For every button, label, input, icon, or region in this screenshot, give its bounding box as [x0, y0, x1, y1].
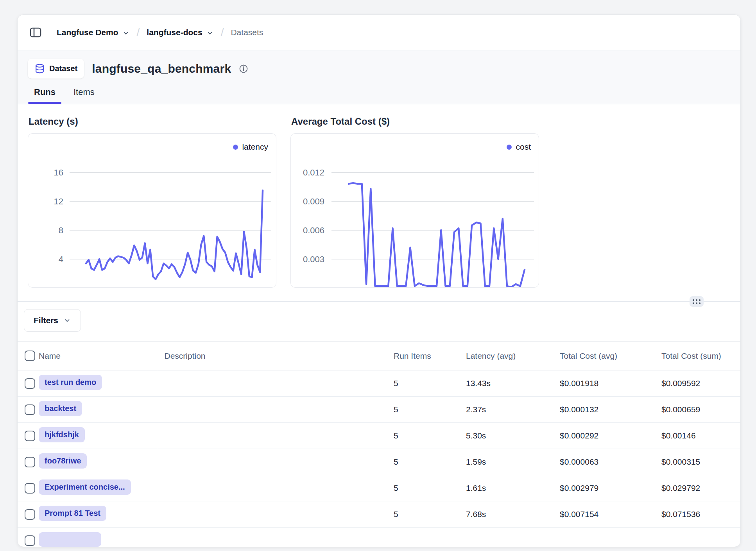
run-items-cell: 5 — [387, 475, 460, 501]
column-header-description: Description — [158, 342, 387, 370]
table-row[interactable]: backtest52.37s$0.000132$0.000659 — [18, 397, 740, 423]
run-name-pill[interactable] — [39, 532, 101, 547]
svg-text:0.003: 0.003 — [303, 254, 324, 264]
run-name-cell: Experiment concise... — [37, 475, 158, 501]
charts-section: Latency (s) 481216 latency Average Total… — [18, 104, 740, 288]
run-name-pill[interactable]: backtest — [39, 401, 82, 416]
row-checkbox-cell — [18, 449, 37, 475]
total-cost-avg-cell: $0.007154 — [554, 501, 655, 528]
latency-avg-cell: 1.59s — [460, 449, 554, 475]
total-cost-avg-cell: $0.002979 — [554, 475, 655, 501]
row-checkbox[interactable] — [25, 378, 35, 389]
filters-button[interactable]: Filters — [24, 309, 81, 332]
latency-avg-cell: 1.61s — [460, 475, 554, 501]
svg-text:12: 12 — [54, 197, 63, 206]
row-checkbox-cell — [18, 475, 37, 501]
breadcrumb-org-menu[interactable]: Langfuse Demo — [57, 28, 130, 37]
run-name-cell — [37, 528, 158, 547]
info-icon[interactable] — [239, 64, 248, 73]
latency-chart[interactable]: 481216 latency — [28, 133, 276, 288]
row-checkbox-cell — [18, 501, 37, 528]
table-row[interactable]: Experiment concise...51.61s$0.002979$0.0… — [18, 475, 740, 501]
table-row[interactable]: hjkfdshjk55.30s$0.000292$0.00146 — [18, 423, 740, 449]
total-cost-sum-cell: $0.009592 — [655, 370, 740, 397]
row-checkbox[interactable] — [25, 509, 35, 520]
svg-text:0.009: 0.009 — [303, 197, 324, 206]
row-checkbox[interactable] — [25, 483, 35, 494]
legend-label: cost — [516, 142, 531, 152]
select-all-checkbox[interactable] — [25, 351, 35, 361]
run-description-cell — [158, 475, 387, 501]
legend-label: latency — [242, 142, 268, 152]
run-description-cell — [158, 370, 387, 397]
cost-line-plot: 0.0030.0060.0090.012 — [291, 134, 539, 288]
run-description-cell — [158, 449, 387, 475]
chevron-down-icon — [122, 29, 130, 37]
latency-line-plot: 481216 — [28, 134, 276, 288]
run-items-cell: 5 — [387, 397, 460, 423]
run-name-pill[interactable]: foo78riwe — [39, 453, 87, 469]
run-description-cell — [158, 397, 387, 423]
runs-table: Name Description Run Items Latency (avg)… — [18, 341, 740, 547]
run-name-pill[interactable]: Prompt 81 Test — [39, 506, 106, 521]
row-checkbox-cell — [18, 423, 37, 449]
empty-cell — [655, 528, 740, 547]
run-description-cell — [158, 501, 387, 528]
empty-cell — [460, 528, 554, 547]
sidebar-toggle-button[interactable] — [28, 25, 43, 40]
total-cost-sum-cell: $0.00146 — [655, 423, 740, 449]
total-cost-sum-cell: $0.000315 — [655, 449, 740, 475]
run-items-cell: 5 — [387, 370, 460, 397]
tab-runs[interactable]: Runs — [34, 87, 56, 104]
breadcrumb-separator: / — [137, 26, 140, 39]
tab-bar: Runs Items — [28, 87, 730, 104]
table-row[interactable]: foo78riwe51.59s$0.000063$0.000315 — [18, 449, 740, 475]
breadcrumb: Langfuse Demo / langfuse-docs / Datasets — [18, 15, 740, 50]
table-row-partial[interactable] — [18, 528, 740, 547]
page-header: Dataset langfuse_qa_benchmark Runs Items — [18, 50, 740, 104]
table-row[interactable]: test run demo513.43s$0.001918$0.009592 — [18, 370, 740, 397]
breadcrumb-page-label[interactable]: Datasets — [231, 28, 263, 37]
svg-text:0.012: 0.012 — [303, 168, 324, 177]
legend-dot-icon — [233, 145, 238, 150]
run-name-pill[interactable]: test run demo — [39, 375, 102, 390]
chevron-down-icon — [206, 29, 214, 37]
empty-cell — [158, 528, 387, 547]
row-checkbox[interactable] — [25, 535, 35, 546]
row-checkbox-cell — [18, 528, 37, 547]
row-checkbox[interactable] — [25, 431, 35, 441]
run-name-cell: Prompt 81 Test — [37, 501, 158, 528]
total-cost-avg-cell: $0.000132 — [554, 397, 655, 423]
empty-cell — [554, 528, 655, 547]
chevron-down-icon — [63, 317, 71, 324]
column-header-run-items: Run Items — [387, 342, 460, 370]
table-row[interactable]: Prompt 81 Test57.68s$0.007154$0.071536 — [18, 501, 740, 528]
row-checkbox-cell — [18, 397, 37, 423]
chart-title: Average Total Cost ($) — [291, 116, 539, 127]
latency-avg-cell: 7.68s — [460, 501, 554, 528]
run-name-pill[interactable]: Experiment concise... — [39, 479, 131, 495]
resize-drag-handle[interactable] — [690, 296, 704, 307]
panel-left-icon — [29, 26, 42, 39]
run-name-pill[interactable]: hjkfdshjk — [39, 427, 85, 442]
chart-title: Latency (s) — [29, 116, 276, 127]
row-checkbox[interactable] — [25, 404, 35, 415]
cost-chart[interactable]: 0.0030.0060.0090.012 cost — [290, 133, 539, 288]
total-cost-sum-cell: $0.071536 — [655, 501, 740, 528]
total-cost-avg-cell: $0.001918 — [554, 370, 655, 397]
run-description-cell — [158, 423, 387, 449]
svg-text:8: 8 — [59, 225, 63, 235]
tab-items[interactable]: Items — [73, 87, 95, 104]
grip-dots-icon — [692, 298, 702, 305]
row-checkbox[interactable] — [25, 457, 35, 467]
filters-button-label: Filters — [34, 316, 58, 325]
svg-text:16: 16 — [54, 168, 63, 177]
run-name-cell: foo78riwe — [37, 449, 158, 475]
latency-avg-cell: 13.43s — [460, 370, 554, 397]
table-header-row: Name Description Run Items Latency (avg)… — [18, 342, 740, 370]
breadcrumb-org-label: Langfuse Demo — [57, 28, 118, 37]
total-cost-sum-cell: $0.029792 — [655, 475, 740, 501]
breadcrumb-project-menu[interactable]: langfuse-docs — [147, 28, 213, 37]
latency-chart-block: Latency (s) 481216 latency — [28, 116, 276, 288]
column-header-total-cost-avg: Total Cost (avg) — [554, 342, 655, 370]
